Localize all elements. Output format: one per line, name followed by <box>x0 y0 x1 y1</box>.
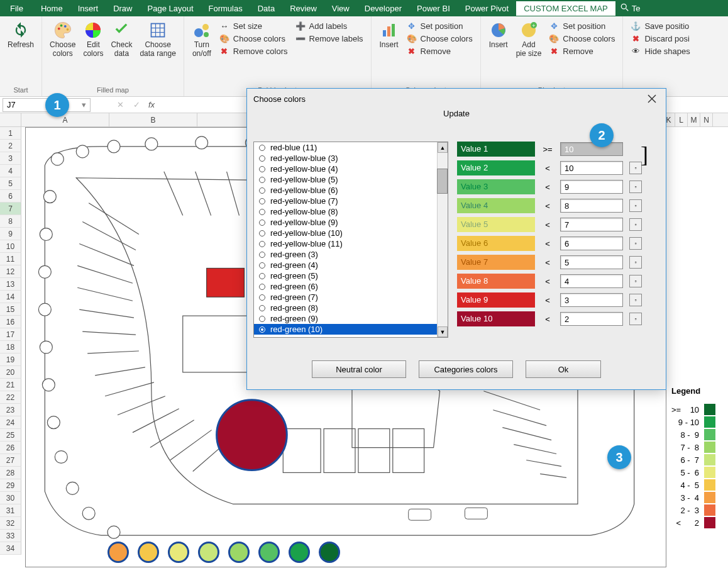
palette-option[interactable]: red-yellow-blue (3) <box>254 153 448 164</box>
row-header[interactable]: 28 <box>0 467 21 479</box>
tab-draw[interactable]: Draw <box>106 1 140 16</box>
choose-data-range-button[interactable]: Choose data range <box>136 19 179 59</box>
value-input[interactable] <box>560 312 623 326</box>
color-circle[interactable] <box>289 542 310 563</box>
bubble-set-size[interactable]: ↔Set size <box>218 20 289 31</box>
bubble-choose-colors[interactable]: 🎨Choose colors <box>218 33 289 44</box>
value-input[interactable] <box>560 255 623 269</box>
refresh-button[interactable]: Refresh <box>4 19 38 50</box>
tab-page-layout[interactable]: Page Layout <box>140 1 201 16</box>
value-input[interactable] <box>560 218 623 231</box>
column-header[interactable]: B <box>109 113 197 126</box>
tab-home[interactable]: Home <box>33 1 70 16</box>
color-circle[interactable] <box>168 542 189 563</box>
row-header[interactable]: 6 <box>0 190 21 203</box>
value-picker-button[interactable]: ▫ <box>629 256 642 269</box>
tab-view[interactable]: View <box>324 1 357 16</box>
palette-option[interactable]: red-green (7) <box>254 292 448 303</box>
column-header[interactable]: A <box>21 113 109 126</box>
palette-option[interactable]: red-green (4) <box>254 260 448 270</box>
scroll-down-icon[interactable]: ▼ <box>438 326 448 337</box>
row-header[interactable]: 16 <box>0 316 21 328</box>
check-data-button[interactable]: Check data <box>107 19 136 59</box>
scroll-up-icon[interactable]: ▲ <box>438 142 448 153</box>
palette-option[interactable]: red-green (9) <box>254 313 448 324</box>
color-circle[interactable] <box>138 542 159 563</box>
row-header[interactable]: 19 <box>0 353 21 366</box>
row-header[interactable]: 7 <box>0 203 21 215</box>
row-header[interactable]: 20 <box>0 366 21 379</box>
column-insert-button[interactable]: Insert <box>375 19 403 50</box>
palette-option[interactable]: red-yellow-blue (7) <box>254 196 448 206</box>
color-circle[interactable] <box>198 542 219 563</box>
value-picker-button[interactable]: ▫ <box>629 218 642 231</box>
row-header[interactable]: 12 <box>0 265 21 278</box>
palette-listbox[interactable]: red-blue (11)red-yellow-blue (3)red-yell… <box>253 142 448 338</box>
row-header[interactable]: 4 <box>0 165 21 177</box>
value-input[interactable] <box>560 236 623 250</box>
row-header[interactable]: 21 <box>0 379 21 391</box>
shapes-save-position[interactable]: ⚓Save positio <box>629 20 691 31</box>
search-box[interactable]: Te <box>615 3 646 14</box>
palette-option[interactable]: red-yellow-blue (9) <box>254 217 448 228</box>
value-picker-button[interactable]: ▫ <box>629 294 642 306</box>
accept-formula-icon[interactable]: ✓ <box>128 100 145 109</box>
row-header[interactable]: 14 <box>0 291 21 303</box>
row-header[interactable]: 26 <box>0 442 21 454</box>
tab-data[interactable]: Data <box>250 1 282 16</box>
neutral-color-button[interactable]: Neutral color <box>312 360 406 378</box>
edit-colors-button[interactable]: Edit colors <box>79 19 107 59</box>
select-all-corner[interactable] <box>0 113 21 126</box>
row-header[interactable]: 31 <box>0 504 21 517</box>
column-choose-colors[interactable]: 🎨Choose colors <box>405 33 474 44</box>
row-header[interactable]: 5 <box>0 177 21 190</box>
categories-colors-button[interactable]: Categories colors <box>419 360 513 378</box>
close-icon[interactable] <box>644 91 659 106</box>
bubble-add-labels[interactable]: ➕Add labels <box>294 20 365 31</box>
tab-formulas[interactable]: Formulas <box>201 1 250 16</box>
row-header[interactable]: 1 <box>0 127 21 140</box>
tab-file[interactable]: File <box>0 1 33 16</box>
row-header[interactable]: 17 <box>0 328 21 341</box>
value-input[interactable] <box>560 274 623 288</box>
value-picker-button[interactable]: ▫ <box>629 181 642 193</box>
color-circle[interactable] <box>228 542 250 563</box>
value-input[interactable] <box>560 161 623 175</box>
row-header[interactable]: 29 <box>0 479 21 492</box>
choose-colors-button[interactable]: Choose colors <box>46 19 79 59</box>
row-header[interactable]: 3 <box>0 152 21 165</box>
bubble-remove-labels[interactable]: ➖Remove labels <box>294 33 365 44</box>
color-circle[interactable] <box>319 542 340 563</box>
bubble-turn-button[interactable]: Turn on/off <box>188 19 216 59</box>
value-input[interactable] <box>560 180 623 194</box>
tab-developer[interactable]: Developer <box>357 1 409 16</box>
tab-insert[interactable]: Insert <box>70 1 106 16</box>
scroll-thumb[interactable] <box>437 169 448 194</box>
row-header[interactable]: 24 <box>0 416 21 429</box>
color-circle[interactable] <box>108 542 129 563</box>
palette-option[interactable]: red-green (10) <box>254 324 448 335</box>
shapes-discard-position[interactable]: ✖Discard posi <box>629 33 691 44</box>
fx-icon[interactable]: fx <box>145 100 158 109</box>
row-header[interactable]: 10 <box>0 240 21 253</box>
row-header[interactable]: 32 <box>0 517 21 530</box>
row-header[interactable]: 2 <box>0 140 21 152</box>
value-picker-button[interactable]: ▫ <box>629 162 642 174</box>
row-header[interactable]: 30 <box>0 492 21 504</box>
row-header[interactable]: 23 <box>0 404 21 416</box>
column-remove[interactable]: ✖Remove <box>405 45 474 57</box>
column-set-position[interactable]: ✥Set position <box>405 20 474 31</box>
row-header[interactable]: 34 <box>0 542 21 555</box>
row-header[interactable]: 13 <box>0 278 21 291</box>
pie-add-size-button[interactable]: + Add pie size <box>512 19 546 59</box>
pie-insert-button[interactable]: Insert <box>485 19 512 50</box>
row-header[interactable]: 22 <box>0 391 21 404</box>
value-picker-button[interactable]: ▫ <box>629 199 642 212</box>
row-header[interactable]: 8 <box>0 215 21 228</box>
row-header[interactable]: 33 <box>0 530 21 542</box>
row-header[interactable]: 25 <box>0 429 21 442</box>
pie-choose-colors[interactable]: 🎨Choose colors <box>548 33 616 44</box>
cancel-formula-icon[interactable]: ✕ <box>112 100 128 109</box>
palette-option[interactable]: red-green (6) <box>254 281 448 292</box>
palette-option[interactable]: red-yellow-blue (10) <box>254 228 448 238</box>
